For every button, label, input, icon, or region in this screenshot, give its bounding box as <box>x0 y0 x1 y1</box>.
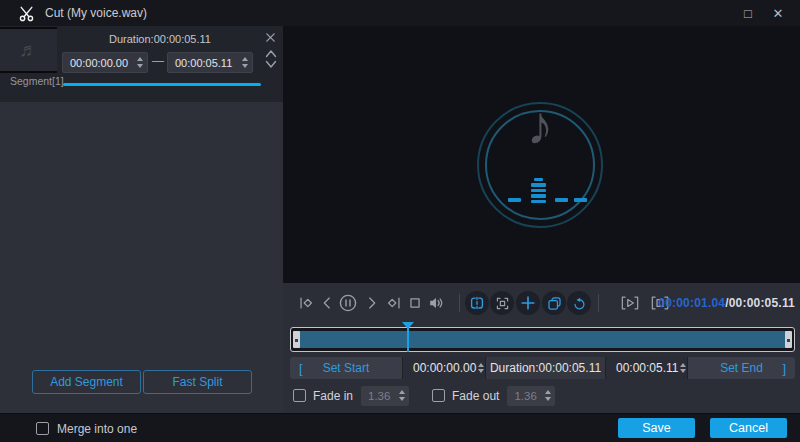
trim-start-stepper[interactable] <box>476 357 485 379</box>
segment-name: Segment[1] <box>10 75 64 87</box>
set-end-button[interactable]: Set End ] <box>687 357 795 379</box>
trim-start-time-value[interactable]: 00:00:00.00 <box>403 361 476 375</box>
stop-icon[interactable] <box>406 294 424 312</box>
fade-out-value[interactable]: 1.36 <box>507 390 540 402</box>
move-segment-up-icon[interactable] <box>265 49 277 58</box>
save-button[interactable]: Save <box>618 418 695 438</box>
fade-out-stepper[interactable] <box>540 386 555 406</box>
fade-in-value[interactable]: 1.36 <box>361 390 394 402</box>
segment-start-time-input[interactable]: 00:00:00.00 <box>62 52 148 73</box>
scissors-icon <box>18 5 35 22</box>
playhead-marker[interactable] <box>402 322 414 353</box>
trim-end-time-input[interactable]: 00:00:05.11 <box>605 357 687 379</box>
trim-settings-bar: [ Set Start 00:00:00.00 Duration:00:00:0… <box>290 357 795 379</box>
cancel-button[interactable]: Cancel <box>710 418 787 438</box>
preview-area: ♪ <box>283 26 800 283</box>
close-button[interactable]: ✕ <box>768 3 788 23</box>
fade-in-input[interactable]: 1.36 <box>361 386 409 406</box>
fade-out-checkbox[interactable] <box>432 389 445 402</box>
close-bracket: ] <box>782 361 786 376</box>
end-time-stepper[interactable] <box>237 53 252 72</box>
fade-in-checkbox[interactable] <box>293 389 306 402</box>
merge-into-one-label: Merge into one <box>57 422 137 436</box>
segment-start-time-value[interactable]: 00:00:00.00 <box>63 57 132 69</box>
music-note-icon: ♬ <box>19 39 38 61</box>
total-time: 00:00:05.11 <box>729 296 795 310</box>
skip-to-start-icon[interactable] <box>297 294 315 312</box>
window-title: Cut (My voice.wav) <box>45 6 147 20</box>
skip-to-end-icon[interactable] <box>385 294 403 312</box>
set-start-label: Set Start <box>323 361 370 375</box>
time-display: 00:00:01.04/00:00:05.11 <box>658 296 795 310</box>
trim-duration-label: Duration:00:00:05.11 <box>485 357 605 379</box>
segment-end-time-input[interactable]: 00:00:05.11 <box>167 52 253 73</box>
current-time: 00:00:01.04 <box>658 296 725 310</box>
next-frame-icon[interactable] <box>363 294 381 312</box>
move-segment-down-icon[interactable] <box>265 60 277 69</box>
add-segment-button[interactable]: Add Segment <box>32 370 141 394</box>
playhead-line <box>407 328 409 352</box>
trim-start-handle[interactable] <box>293 331 300 348</box>
segment-item[interactable]: ♬ Segment[1] Duration:00:00:05.11 00:00:… <box>0 26 283 102</box>
remove-segment-icon[interactable] <box>265 32 276 43</box>
fade-out-input[interactable]: 1.36 <box>507 386 555 406</box>
copy-segment-icon[interactable] <box>542 291 566 315</box>
previous-frame-icon[interactable] <box>318 294 336 312</box>
split-segment-icon[interactable] <box>465 291 489 315</box>
segment-duration-label: Duration:00:00:05.11 <box>57 33 263 45</box>
add-segment-icon[interactable] <box>516 291 540 315</box>
range-separator: — <box>151 54 165 68</box>
trim-end-time-value[interactable]: 00:00:05.11 <box>606 361 679 375</box>
trim-end-handle[interactable] <box>785 331 792 348</box>
trim-end-stepper[interactable] <box>679 357 687 379</box>
segment-end-time-value[interactable]: 00:00:05.11 <box>168 57 237 69</box>
set-end-label: Set End <box>720 361 763 375</box>
set-start-button[interactable]: [ Set Start <box>290 357 402 379</box>
segment-progress-bar <box>63 83 261 86</box>
fade-options-row: Fade in 1.36 Fade out 1.36 <box>293 385 555 406</box>
segment-list-panel: ♬ Segment[1] Duration:00:00:05.11 00:00:… <box>0 26 283 413</box>
toolbar-divider <box>598 294 599 312</box>
pause-icon[interactable] <box>338 293 356 311</box>
segment-thumbnail: ♬ <box>0 27 57 73</box>
cut-dialog-window: Cut (My voice.wav) □ ✕ ♬ Segment[1] Dura… <box>0 0 800 442</box>
fast-split-button[interactable]: Fast Split <box>143 370 252 394</box>
titlebar: Cut (My voice.wav) □ ✕ <box>0 0 800 26</box>
open-bracket: [ <box>299 361 303 376</box>
volume-icon[interactable] <box>427 294 445 312</box>
music-note-icon: ♪ <box>508 98 572 152</box>
play-segment-icon[interactable] <box>618 294 642 312</box>
toolbar-divider <box>459 294 460 312</box>
maximize-button[interactable]: □ <box>738 3 758 23</box>
fade-out-label: Fade out <box>452 389 499 403</box>
fade-in-stepper[interactable] <box>394 386 409 406</box>
footer-bar: Merge into one Save Cancel <box>0 413 800 442</box>
fade-in-label: Fade in <box>313 389 353 403</box>
playback-controls-area: 00:00:01.04/00:00:05.11 [ Set Start 00:0… <box>283 283 800 413</box>
snapshot-icon[interactable] <box>490 291 514 315</box>
reset-icon[interactable] <box>567 291 591 315</box>
trim-start-time-input[interactable]: 00:00:00.00 <box>402 357 485 379</box>
window-controls: □ ✕ <box>738 0 800 26</box>
timeline-track[interactable] <box>290 327 795 352</box>
start-time-stepper[interactable] <box>132 53 147 72</box>
duration-value: Duration:00:00:05.11 <box>490 361 601 375</box>
merge-into-one-checkbox[interactable] <box>36 422 49 435</box>
timeline-selection <box>294 331 791 348</box>
